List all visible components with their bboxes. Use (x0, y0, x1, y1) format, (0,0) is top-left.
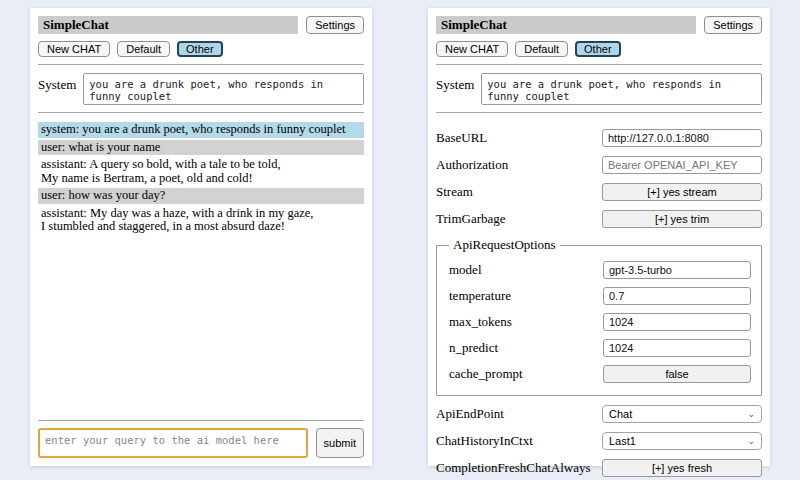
apiendpoint-select[interactable]: Chat ⌄ (602, 405, 762, 423)
trimgarbage-toggle-button[interactable]: [+] yes trim (602, 210, 762, 228)
setting-row-baseurl: BaseURL (436, 129, 762, 147)
new-chat-button[interactable]: New CHAT (436, 41, 508, 57)
divider (38, 64, 364, 65)
chat-message-assistant: assistant: My day was a haze, with a dri… (38, 206, 364, 235)
divider (436, 64, 762, 65)
submit-button[interactable]: submit (316, 428, 364, 458)
setting-row-authorization: Authorization (436, 156, 762, 174)
n-predict-label: n_predict (449, 340, 498, 356)
max-tokens-input[interactable] (603, 313, 751, 331)
profile-tab-other[interactable]: Other (177, 41, 223, 57)
panel-header: SimpleChat Settings (38, 16, 364, 34)
divider (38, 112, 364, 113)
apiendpoint-selected-value: Chat (609, 408, 632, 420)
setting-row-n-predict: n_predict (449, 339, 751, 357)
app-title: SimpleChat (436, 16, 696, 34)
setting-row-cache-prompt: cache_prompt false (449, 365, 751, 383)
chat-message-user: user: how was your day? (38, 188, 364, 204)
setting-row-completionfresh: CompletionFreshChatAlways [+] yes fresh (436, 459, 762, 477)
profile-tab-default[interactable]: Default (515, 41, 568, 57)
apiendpoint-label: ApiEndPoint (436, 406, 504, 422)
stream-label: Stream (436, 184, 473, 200)
max-tokens-label: max_tokens (449, 314, 512, 330)
session-toolbar: New CHAT Default Other (38, 41, 364, 57)
chathistoryinctxt-selected-value: Last1 (609, 435, 636, 447)
completionfresh-toggle-button[interactable]: [+] yes fresh (602, 459, 762, 477)
chevron-down-icon: ⌄ (747, 437, 755, 446)
baseurl-input[interactable] (602, 129, 762, 147)
model-input[interactable] (603, 261, 751, 279)
setting-row-max-tokens: max_tokens (449, 313, 751, 331)
system-prompt-input[interactable]: you are a drunk poet, who responds in fu… (83, 73, 364, 105)
system-prompt-label: System (436, 73, 474, 105)
settings-list: BaseURL Authorization Stream [+] yes str… (436, 120, 762, 480)
settings-button[interactable]: Settings (306, 16, 364, 34)
system-prompt-label: System (38, 73, 76, 105)
setting-row-trimgarbage: TrimGarbage [+] yes trim (436, 210, 762, 228)
chat-log: system: you are a drunk poet, who respon… (38, 122, 364, 413)
setting-row-temperature: temperature (449, 287, 751, 305)
system-prompt-row: System you are a drunk poet, who respond… (436, 73, 762, 105)
app-title: SimpleChat (38, 16, 298, 34)
chathistoryinctxt-label: ChatHistoryInCtxt (436, 433, 533, 449)
n-predict-input[interactable] (603, 339, 751, 357)
model-label: model (449, 262, 482, 278)
divider (38, 420, 364, 421)
setting-row-apiendpoint: ApiEndPoint Chat ⌄ (436, 405, 762, 423)
completionfresh-label: CompletionFreshChatAlways (436, 460, 591, 476)
session-toolbar: New CHAT Default Other (436, 41, 762, 57)
query-input[interactable] (38, 428, 308, 458)
profile-tab-default[interactable]: Default (117, 41, 170, 57)
setting-row-model: model (449, 261, 751, 279)
chat-message-system: system: you are a drunk poet, who respon… (38, 122, 364, 138)
settings-panel: SimpleChat Settings New CHAT Default Oth… (428, 8, 770, 466)
chat-panel: SimpleChat Settings New CHAT Default Oth… (30, 8, 372, 466)
settings-button[interactable]: Settings (704, 16, 762, 34)
chat-message-user: user: what is your name (38, 140, 364, 156)
divider (436, 112, 762, 113)
profile-tab-other[interactable]: Other (575, 41, 621, 57)
new-chat-button[interactable]: New CHAT (38, 41, 110, 57)
system-prompt-input[interactable]: you are a drunk poet, who responds in fu… (481, 73, 762, 105)
chevron-down-icon: ⌄ (747, 410, 755, 419)
api-request-options-legend: ApiRequestOptions (449, 237, 560, 253)
trimgarbage-label: TrimGarbage (436, 211, 506, 227)
cache-prompt-toggle-button[interactable]: false (603, 365, 751, 383)
panel-header: SimpleChat Settings (436, 16, 762, 34)
authorization-input[interactable] (602, 156, 762, 174)
chathistoryinctxt-select[interactable]: Last1 ⌄ (602, 432, 762, 450)
cache-prompt-label: cache_prompt (449, 366, 523, 382)
setting-row-chathistoryinctxt: ChatHistoryInCtxt Last1 ⌄ (436, 432, 762, 450)
chat-message-assistant: assistant: A query so bold, with a tale … (38, 157, 364, 186)
temperature-label: temperature (449, 288, 511, 304)
authorization-label: Authorization (436, 157, 508, 173)
api-request-options-group: ApiRequestOptions model temperature max_… (436, 237, 762, 396)
baseurl-label: BaseURL (436, 130, 487, 146)
temperature-input[interactable] (603, 287, 751, 305)
query-row: submit (38, 428, 364, 458)
system-prompt-row: System you are a drunk poet, who respond… (38, 73, 364, 105)
stream-toggle-button[interactable]: [+] yes stream (602, 183, 762, 201)
setting-row-stream: Stream [+] yes stream (436, 183, 762, 201)
